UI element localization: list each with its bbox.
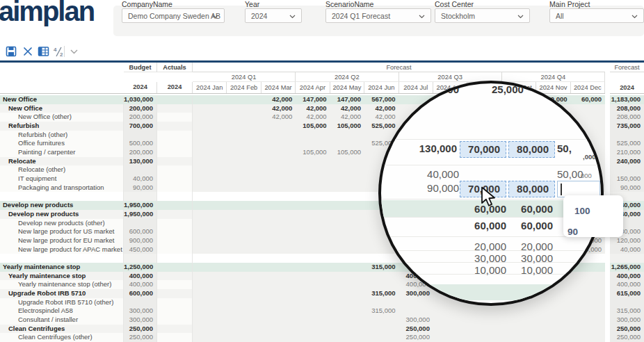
month-cell[interactable] [467, 316, 501, 325]
month-cell[interactable] [227, 192, 261, 201]
budget-cell[interactable]: 1,950,000 [124, 210, 157, 219]
month-cell[interactable]: 60,000 [571, 95, 605, 104]
month-cell[interactable] [227, 174, 261, 184]
month-cell[interactable] [261, 227, 296, 236]
month-cell[interactable] [330, 245, 364, 254]
month-cell[interactable] [330, 201, 364, 210]
month-cell[interactable] [261, 333, 296, 342]
month-cell[interactable] [193, 122, 227, 131]
month-cell[interactable] [296, 165, 330, 174]
month-cell[interactable] [261, 131, 296, 140]
month-cell[interactable] [193, 139, 227, 148]
month-cell[interactable] [433, 307, 467, 316]
month-cell[interactable] [296, 210, 330, 219]
month-cell[interactable] [296, 174, 330, 184]
actuals-cell[interactable] [157, 245, 193, 254]
month-cell[interactable] [296, 280, 330, 289]
month-cell[interactable] [193, 95, 227, 104]
budget-cell[interactable] [124, 131, 157, 140]
month-cell[interactable] [261, 298, 296, 307]
month-cell[interactable] [261, 316, 296, 325]
month-cell[interactable] [261, 280, 296, 289]
month-cell[interactable] [227, 236, 261, 245]
month-cell[interactable] [261, 263, 296, 272]
month-cell[interactable] [330, 227, 364, 236]
month-cell[interactable] [330, 174, 364, 184]
month-cell[interactable]: 42,000 [330, 113, 364, 122]
month-cell[interactable]: 105,000 [330, 122, 364, 131]
month-cell[interactable] [193, 254, 227, 263]
month-cell[interactable] [296, 333, 330, 342]
month-cell[interactable] [227, 201, 261, 210]
month-cell[interactable] [193, 236, 227, 245]
month-cell[interactable] [330, 307, 364, 316]
month-cell[interactable]: 42,000 [364, 104, 399, 113]
month-cell[interactable] [364, 254, 399, 263]
month-cell[interactable] [330, 236, 364, 245]
month-cell[interactable] [330, 192, 364, 201]
month-cell[interactable] [193, 280, 227, 289]
budget-cell[interactable]: 700,000 [124, 122, 157, 131]
month-cell[interactable] [433, 325, 467, 334]
month-cell[interactable] [330, 263, 364, 272]
month-cell[interactable] [502, 316, 536, 325]
month-cell[interactable] [261, 219, 296, 228]
month-cell[interactable] [193, 219, 227, 228]
actuals-cell[interactable] [157, 174, 193, 184]
month-cell[interactable] [193, 307, 227, 316]
month-cell[interactable] [227, 307, 261, 316]
month-cell[interactable]: 300,000 [399, 316, 433, 325]
actuals-cell[interactable] [157, 184, 193, 193]
actuals-cell[interactable] [157, 316, 193, 325]
month-cell[interactable] [296, 236, 330, 245]
month-cell[interactable]: 315,000 [364, 289, 399, 298]
month-cell[interactable] [193, 272, 227, 281]
month-cell[interactable] [193, 210, 227, 219]
month-cell[interactable] [536, 316, 570, 325]
actuals-cell[interactable] [157, 325, 193, 334]
magnified-edited-cell[interactable]: 80,000 [508, 141, 555, 158]
budget-cell[interactable]: 90,000 [124, 184, 157, 193]
actuals-cell[interactable] [157, 113, 193, 122]
month-cell[interactable] [193, 104, 227, 113]
month-cell[interactable] [227, 325, 261, 334]
month-cell[interactable] [193, 325, 227, 334]
month-cell[interactable] [330, 219, 364, 228]
month-cell[interactable] [467, 333, 501, 342]
month-cell[interactable] [330, 131, 364, 140]
month-cell[interactable]: 567,000 [364, 95, 399, 104]
month-cell[interactable] [193, 263, 227, 272]
month-cell[interactable] [330, 333, 364, 342]
month-cell[interactable] [193, 316, 227, 325]
month-cell[interactable] [433, 316, 467, 325]
month-cell[interactable] [296, 254, 330, 263]
month-cell[interactable] [193, 184, 227, 193]
month-cell[interactable] [227, 165, 261, 174]
month-cell[interactable] [227, 316, 261, 325]
month-cell[interactable]: 42,000 [296, 104, 330, 113]
month-cell[interactable] [502, 325, 536, 334]
month-cell[interactable] [571, 272, 605, 281]
month-cell[interactable] [227, 227, 261, 236]
month-cell[interactable] [261, 122, 296, 131]
month-cell[interactable] [399, 307, 433, 316]
month-cell[interactable] [296, 298, 330, 307]
month-cell[interactable]: 42,000 [296, 113, 330, 122]
month-cell[interactable] [261, 254, 296, 263]
actuals-cell[interactable] [157, 201, 193, 210]
month-cell[interactable] [330, 316, 364, 325]
month-cell[interactable] [571, 104, 605, 113]
month-cell[interactable] [296, 227, 330, 236]
budget-cell[interactable]: 300,000 [124, 316, 157, 325]
budget-cell[interactable]: 600,000 [124, 227, 157, 236]
actuals-cell[interactable] [157, 227, 193, 236]
month-cell[interactable] [227, 210, 261, 219]
month-cell[interactable] [296, 272, 330, 281]
magnified-edited-cell[interactable]: 80,000 [508, 181, 555, 197]
budget-cell[interactable]: 40,000 [124, 174, 157, 184]
actuals-cell[interactable] [157, 148, 193, 157]
month-cell[interactable] [227, 184, 261, 193]
month-cell[interactable] [433, 333, 467, 342]
month-cell[interactable] [296, 184, 330, 193]
month-cell[interactable] [193, 245, 227, 254]
